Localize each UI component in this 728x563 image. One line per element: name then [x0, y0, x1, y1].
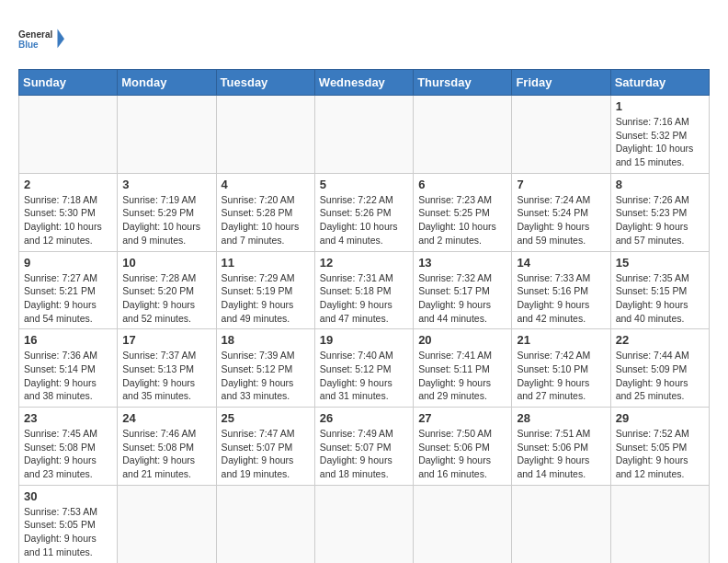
calendar-cell: 21Sunrise: 7:42 AM Sunset: 5:10 PM Dayli…: [512, 329, 610, 408]
calendar-header-row: SundayMondayTuesdayWednesdayThursdayFrid…: [19, 70, 710, 96]
day-info: Sunrise: 7:42 AM Sunset: 5:10 PM Dayligh…: [517, 349, 605, 403]
day-info: Sunrise: 7:53 AM Sunset: 5:05 PM Dayligh…: [24, 505, 112, 559]
day-number: 16: [24, 333, 112, 347]
calendar-cell: [118, 485, 216, 563]
svg-text:General: General: [18, 29, 52, 40]
day-info: Sunrise: 7:32 AM Sunset: 5:17 PM Dayligh…: [418, 271, 506, 326]
calendar-cell: 13Sunrise: 7:32 AM Sunset: 5:17 PM Dayli…: [414, 251, 512, 329]
day-number: 1: [616, 99, 704, 113]
calendar-cell: 11Sunrise: 7:29 AM Sunset: 5:19 PM Dayli…: [216, 251, 314, 329]
calendar-cell: [512, 96, 610, 174]
day-info: Sunrise: 7:50 AM Sunset: 5:06 PM Dayligh…: [418, 427, 506, 481]
calendar-cell: 2Sunrise: 7:18 AM Sunset: 5:30 PM Daylig…: [19, 173, 118, 251]
day-info: Sunrise: 7:16 AM Sunset: 5:32 PM Dayligh…: [616, 115, 704, 169]
header-saturday: Saturday: [610, 70, 709, 96]
day-info: Sunrise: 7:29 AM Sunset: 5:19 PM Dayligh…: [222, 271, 310, 326]
day-number: 21: [517, 333, 605, 347]
day-info: Sunrise: 7:23 AM Sunset: 5:25 PM Dayligh…: [418, 193, 506, 247]
calendar-cell: 1Sunrise: 7:16 AM Sunset: 5:32 PM Daylig…: [610, 96, 709, 174]
day-info: Sunrise: 7:22 AM Sunset: 5:26 PM Dayligh…: [320, 193, 408, 247]
day-number: 11: [222, 256, 310, 270]
day-number: 4: [222, 178, 310, 191]
day-info: Sunrise: 7:52 AM Sunset: 5:05 PM Dayligh…: [616, 427, 704, 481]
calendar-cell: [118, 96, 216, 174]
day-info: Sunrise: 7:46 AM Sunset: 5:08 PM Dayligh…: [122, 427, 210, 481]
calendar-cell: [216, 96, 314, 174]
calendar-cell: [314, 485, 413, 563]
calendar-cell: 7Sunrise: 7:24 AM Sunset: 5:24 PM Daylig…: [512, 173, 610, 251]
day-number: 17: [122, 333, 210, 347]
calendar-cell: [512, 485, 610, 563]
calendar-cell: 19Sunrise: 7:40 AM Sunset: 5:12 PM Dayli…: [314, 329, 413, 408]
calendar-cell: 28Sunrise: 7:51 AM Sunset: 5:06 PM Dayli…: [512, 408, 610, 486]
day-info: Sunrise: 7:33 AM Sunset: 5:16 PM Dayligh…: [517, 271, 605, 326]
calendar-cell: [414, 485, 512, 563]
svg-text:Blue: Blue: [18, 40, 39, 50]
day-info: Sunrise: 7:18 AM Sunset: 5:30 PM Dayligh…: [24, 193, 112, 247]
day-number: 28: [517, 411, 605, 425]
calendar-cell: 26Sunrise: 7:49 AM Sunset: 5:07 PM Dayli…: [314, 408, 413, 486]
calendar-cell: 22Sunrise: 7:44 AM Sunset: 5:09 PM Dayli…: [610, 329, 709, 408]
calendar-cell: 5Sunrise: 7:22 AM Sunset: 5:26 PM Daylig…: [314, 173, 413, 251]
calendar-cell: 3Sunrise: 7:19 AM Sunset: 5:29 PM Daylig…: [118, 173, 216, 251]
calendar-cell: 15Sunrise: 7:35 AM Sunset: 5:15 PM Dayli…: [610, 251, 709, 329]
calendar-cell: 8Sunrise: 7:26 AM Sunset: 5:23 PM Daylig…: [610, 173, 709, 251]
calendar-cell: 6Sunrise: 7:23 AM Sunset: 5:25 PM Daylig…: [414, 173, 512, 251]
calendar-cell: 29Sunrise: 7:52 AM Sunset: 5:05 PM Dayli…: [610, 408, 709, 486]
day-info: Sunrise: 7:26 AM Sunset: 5:23 PM Dayligh…: [616, 193, 704, 247]
day-number: 12: [320, 256, 408, 270]
day-number: 15: [616, 256, 704, 270]
day-number: 6: [418, 178, 506, 191]
day-info: Sunrise: 7:49 AM Sunset: 5:07 PM Dayligh…: [320, 427, 408, 481]
day-number: 9: [24, 256, 112, 270]
day-number: 2: [24, 178, 112, 191]
calendar-cell: [414, 96, 512, 174]
calendar-cell: 17Sunrise: 7:37 AM Sunset: 5:13 PM Dayli…: [118, 329, 216, 408]
day-info: Sunrise: 7:47 AM Sunset: 5:07 PM Dayligh…: [222, 427, 310, 481]
calendar-cell: [216, 485, 314, 563]
day-number: 24: [122, 411, 210, 425]
calendar-cell: 24Sunrise: 7:46 AM Sunset: 5:08 PM Dayli…: [118, 408, 216, 486]
calendar-cell: 30Sunrise: 7:53 AM Sunset: 5:05 PM Dayli…: [19, 485, 118, 563]
day-number: 22: [616, 333, 704, 347]
day-info: Sunrise: 7:24 AM Sunset: 5:24 PM Dayligh…: [517, 193, 605, 247]
header-thursday: Thursday: [414, 70, 512, 96]
calendar-cell: 10Sunrise: 7:28 AM Sunset: 5:20 PM Dayli…: [118, 251, 216, 329]
day-info: Sunrise: 7:36 AM Sunset: 5:14 PM Dayligh…: [24, 349, 112, 403]
day-number: 23: [24, 411, 112, 425]
calendar-cell: 27Sunrise: 7:50 AM Sunset: 5:06 PM Dayli…: [414, 408, 512, 486]
day-number: 19: [320, 333, 408, 347]
day-number: 3: [122, 178, 210, 191]
day-number: 18: [222, 333, 310, 347]
day-info: Sunrise: 7:35 AM Sunset: 5:15 PM Dayligh…: [616, 271, 704, 326]
calendar-cell: [19, 96, 118, 174]
day-info: Sunrise: 7:27 AM Sunset: 5:21 PM Dayligh…: [24, 271, 112, 326]
day-number: 27: [418, 411, 506, 425]
calendar-cell: 18Sunrise: 7:39 AM Sunset: 5:12 PM Dayli…: [216, 329, 314, 408]
day-info: Sunrise: 7:45 AM Sunset: 5:08 PM Dayligh…: [24, 427, 112, 481]
day-info: Sunrise: 7:28 AM Sunset: 5:20 PM Dayligh…: [122, 271, 210, 326]
day-info: Sunrise: 7:37 AM Sunset: 5:13 PM Dayligh…: [122, 349, 210, 403]
day-info: Sunrise: 7:44 AM Sunset: 5:09 PM Dayligh…: [616, 349, 704, 403]
header-sunday: Sunday: [19, 70, 118, 96]
header-wednesday: Wednesday: [314, 70, 413, 96]
day-info: Sunrise: 7:51 AM Sunset: 5:06 PM Dayligh…: [517, 427, 605, 481]
header-friday: Friday: [512, 70, 610, 96]
day-number: 25: [222, 411, 310, 425]
day-number: 7: [517, 178, 605, 191]
calendar-cell: [610, 485, 709, 563]
calendar-cell: 23Sunrise: 7:45 AM Sunset: 5:08 PM Dayli…: [19, 408, 118, 486]
day-number: 14: [517, 256, 605, 270]
calendar-table: SundayMondayTuesdayWednesdayThursdayFrid…: [18, 69, 710, 563]
day-number: 5: [320, 178, 408, 191]
calendar-cell: 12Sunrise: 7:31 AM Sunset: 5:18 PM Dayli…: [314, 251, 413, 329]
day-number: 26: [320, 411, 408, 425]
day-number: 30: [24, 489, 112, 503]
day-number: 13: [418, 256, 506, 270]
calendar-cell: 25Sunrise: 7:47 AM Sunset: 5:07 PM Dayli…: [216, 408, 314, 486]
day-number: 8: [616, 178, 704, 191]
calendar-cell: 14Sunrise: 7:33 AM Sunset: 5:16 PM Dayli…: [512, 251, 610, 329]
header-monday: Monday: [118, 70, 216, 96]
page-header: General Blue: [18, 18, 710, 60]
day-number: 29: [616, 411, 704, 425]
